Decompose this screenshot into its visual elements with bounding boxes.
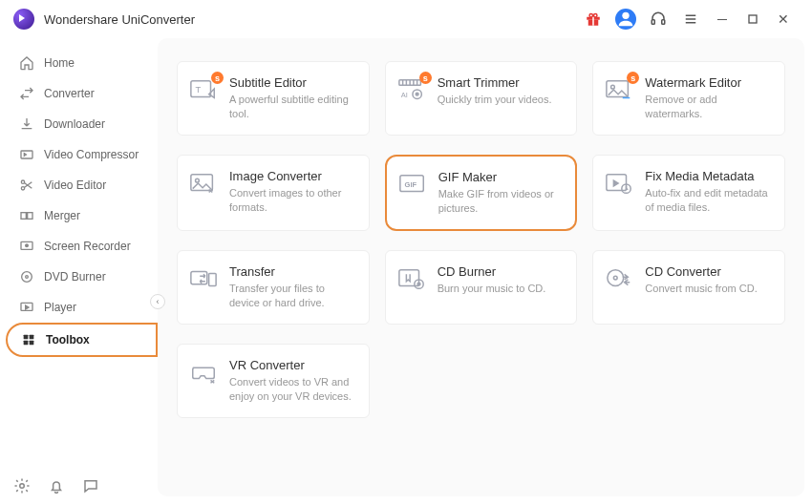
svg-rect-25 xyxy=(30,341,34,346)
badge-icon: s xyxy=(211,72,224,84)
sidebar-item-label: Merger xyxy=(44,209,80,222)
tool-desc: Convert music from CD. xyxy=(645,282,757,296)
tools-grid: T s Subtitle Editor A powerful subtitle … xyxy=(177,61,785,418)
recorder-icon xyxy=(19,239,34,254)
tool-watermark-editor[interactable]: s Watermark Editor Remove or add waterma… xyxy=(592,61,785,136)
user-avatar[interactable] xyxy=(615,9,636,30)
tool-desc: Convert videos to VR and enjoy on your V… xyxy=(229,375,357,404)
svg-rect-22 xyxy=(24,335,29,340)
tool-desc: Burn your music to CD. xyxy=(438,282,546,296)
sidebar-item-video-compressor[interactable]: Video Compressor xyxy=(6,139,158,170)
svg-point-3 xyxy=(589,14,592,17)
image-converter-icon xyxy=(189,171,218,196)
svg-point-13 xyxy=(21,180,24,183)
close-button[interactable]: ✕ xyxy=(776,11,791,27)
tool-title: CD Burner xyxy=(438,264,546,279)
tool-transfer[interactable]: Transfer Transfer your files to device o… xyxy=(177,250,370,325)
toolbox-icon xyxy=(21,332,36,347)
tool-title: VR Converter xyxy=(229,358,357,372)
sidebar-item-toolbox[interactable]: Toolbox xyxy=(6,323,158,357)
sidebar-item-player[interactable]: Player xyxy=(6,292,158,323)
app-logo-icon xyxy=(13,9,34,30)
cd-converter-icon xyxy=(605,266,633,291)
svg-rect-2 xyxy=(592,17,594,26)
svg-point-47 xyxy=(614,276,618,280)
sidebar-item-label: Player xyxy=(44,301,76,314)
tool-desc: Make GIF from videos or pictures. xyxy=(438,187,565,216)
svg-text:AI: AI xyxy=(400,91,407,99)
svg-point-26 xyxy=(20,484,25,489)
svg-text:GIF: GIF xyxy=(404,180,417,189)
download-icon xyxy=(19,116,34,132)
sidebar-item-video-editor[interactable]: Video Editor xyxy=(6,170,158,200)
badge-icon: s xyxy=(627,72,639,84)
subtitle-editor-icon: T s xyxy=(189,77,218,102)
metadata-icon xyxy=(605,171,633,196)
tool-title: Transfer xyxy=(229,264,357,279)
svg-point-4 xyxy=(594,14,597,17)
sidebar-item-downloader[interactable]: Downloader xyxy=(6,109,158,139)
sidebar-collapse-button[interactable]: ‹ xyxy=(150,294,165,309)
sidebar-item-label: Video Editor xyxy=(44,178,106,192)
sidebar-item-label: Downloader xyxy=(44,117,105,131)
transfer-icon xyxy=(189,266,218,291)
sidebar-item-home[interactable]: Home xyxy=(6,48,158,78)
bell-icon[interactable] xyxy=(48,477,65,494)
gift-icon[interactable] xyxy=(585,10,602,28)
tool-title: GIF Maker xyxy=(438,170,565,184)
svg-point-19 xyxy=(22,272,32,283)
badge-icon: s xyxy=(419,72,432,84)
minimize-button[interactable]: ─ xyxy=(715,11,730,27)
maximize-button[interactable] xyxy=(745,11,760,27)
sidebar-item-label: Toolbox xyxy=(46,333,90,346)
smart-trimmer-icon: AI s xyxy=(397,77,426,102)
watermark-editor-icon: s xyxy=(605,77,633,102)
svg-rect-11 xyxy=(749,15,757,23)
player-icon xyxy=(19,300,34,315)
sidebar-item-converter[interactable]: Converter xyxy=(6,78,158,109)
sidebar-item-label: Video Compressor xyxy=(44,148,139,161)
sidebar-bottom xyxy=(0,468,158,504)
sidebar-item-screen-recorder[interactable]: Screen Recorder xyxy=(6,231,158,262)
svg-rect-6 xyxy=(652,20,654,25)
svg-rect-41 xyxy=(191,271,207,284)
sidebar-item-dvd-burner[interactable]: DVD Burner xyxy=(6,262,158,292)
svg-text:T: T xyxy=(196,85,202,94)
svg-rect-16 xyxy=(28,213,32,220)
gif-maker-icon: GIF xyxy=(398,172,427,197)
svg-rect-23 xyxy=(30,335,34,340)
svg-point-32 xyxy=(416,93,418,95)
vr-converter-icon xyxy=(189,360,218,385)
scissors-icon xyxy=(19,178,34,193)
dvd-icon xyxy=(19,269,34,284)
svg-point-18 xyxy=(26,244,29,247)
tool-image-converter[interactable]: Image Converter Convert images to other … xyxy=(177,155,370,231)
tool-smart-trimmer[interactable]: AI s Smart Trimmer Quickly trim your vid… xyxy=(385,61,578,136)
gear-icon[interactable] xyxy=(13,477,31,494)
tool-title: Image Converter xyxy=(229,169,357,183)
tool-desc: Transfer your files to device or hard dr… xyxy=(229,282,357,310)
sidebar-item-label: Home xyxy=(44,56,75,70)
sidebar-item-label: DVD Burner xyxy=(44,270,106,284)
svg-rect-24 xyxy=(24,341,29,346)
tool-cd-burner[interactable]: CD Burner Burn your music to CD. xyxy=(385,250,578,325)
headset-icon[interactable] xyxy=(650,10,667,28)
tool-subtitle-editor[interactable]: T s Subtitle Editor A powerful subtitle … xyxy=(177,61,370,136)
svg-point-14 xyxy=(21,187,24,190)
main-panel: T s Subtitle Editor A powerful subtitle … xyxy=(158,38,804,496)
tool-fix-media-metadata[interactable]: Fix Media Metadata Auto-fix and edit met… xyxy=(592,155,785,231)
tool-vr-converter[interactable]: VR Converter Convert videos to VR and en… xyxy=(177,344,370,418)
titlebar: Wondershare UniConverter ─ ✕ xyxy=(0,0,812,38)
svg-point-5 xyxy=(622,12,629,19)
tool-gif-maker[interactable]: GIF GIF Maker Make GIF from videos or pi… xyxy=(385,155,578,231)
tool-desc: Quickly trim your videos. xyxy=(438,93,552,107)
tool-title: Watermark Editor xyxy=(645,75,773,90)
svg-rect-7 xyxy=(662,20,665,25)
svg-point-34 xyxy=(611,85,615,89)
tool-desc: Remove or add watermarks. xyxy=(645,93,773,121)
feedback-icon[interactable] xyxy=(82,477,99,494)
tool-cd-converter[interactable]: CD Converter Convert music from CD. xyxy=(592,250,785,325)
sidebar-item-merger[interactable]: Merger xyxy=(6,200,158,231)
menu-icon[interactable] xyxy=(682,10,699,28)
svg-point-36 xyxy=(196,178,200,182)
